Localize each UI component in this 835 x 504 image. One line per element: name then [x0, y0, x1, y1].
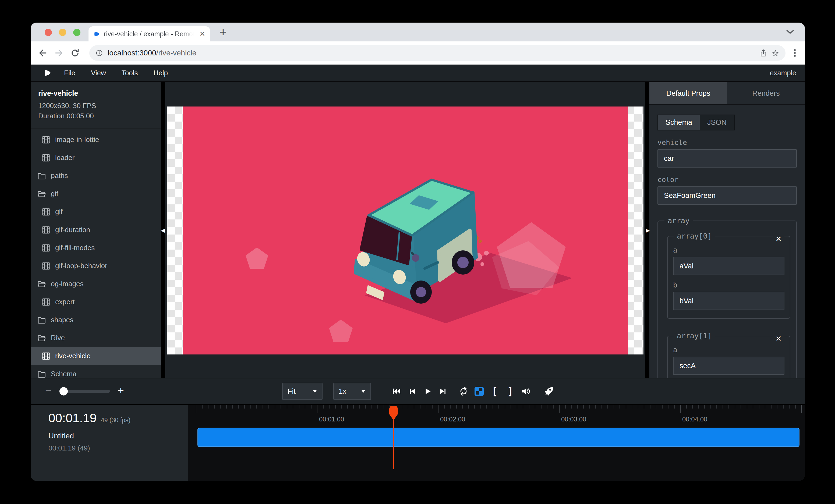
compositions-sidebar: rive-vehicle 1200x630, 30 FPS Duration 0…	[30, 82, 161, 378]
volume-button[interactable]	[520, 385, 532, 397]
forward-button[interactable]	[54, 48, 63, 58]
skip-to-start-button[interactable]	[390, 385, 402, 397]
ruler-label: 00:01.00	[319, 416, 344, 423]
sidebar-item-loader[interactable]: loader	[30, 149, 161, 167]
sidebar-item-gif-loop-behavior[interactable]: gif-loop-behavior	[30, 257, 161, 275]
timeline-track-bar[interactable]	[198, 427, 799, 447]
browser-menu-button[interactable]	[793, 49, 797, 57]
new-tab-button[interactable]: +	[220, 25, 227, 39]
ruler-tick	[559, 405, 559, 413]
site-info-icon[interactable]	[96, 49, 103, 57]
ruler-tick	[553, 405, 554, 408]
folder-open-icon	[37, 279, 46, 289]
playhead[interactable]	[393, 406, 394, 469]
toggle-json[interactable]: JSON	[700, 115, 734, 130]
film-icon	[41, 135, 50, 144]
ruler-tick	[323, 405, 324, 408]
menu-file[interactable]: File	[64, 69, 75, 77]
browser-window: rive-vehicle / example - Remoti ✕ + loca…	[30, 23, 805, 481]
array-item-input-b[interactable]	[673, 292, 785, 310]
menu-tools[interactable]: Tools	[122, 69, 138, 77]
remove-array-item-button[interactable]: ✕	[773, 235, 785, 244]
remotion-logo-icon[interactable]	[44, 69, 52, 77]
current-time: 00:01.19	[48, 411, 97, 425]
maximize-window-button[interactable]	[73, 29, 80, 36]
tab-renders[interactable]: Renders	[727, 82, 805, 104]
address-bar[interactable]: localhost:3000/rive-vehicle	[89, 45, 786, 61]
project-name: example	[770, 69, 796, 77]
toggle-schema[interactable]: Schema	[658, 115, 700, 130]
remove-array-item-button[interactable]: ✕	[773, 335, 785, 343]
close-window-button[interactable]	[45, 29, 52, 36]
tab-search-chevron-icon[interactable]	[786, 29, 794, 35]
array-item-input-a[interactable]	[673, 257, 785, 275]
sidebar-item-Rive[interactable]: Rive	[30, 329, 161, 347]
playhead-marker[interactable]	[389, 406, 398, 420]
sidebar-item-og-images[interactable]: og-images	[30, 275, 161, 293]
set-in-point-button[interactable]: [	[489, 385, 501, 397]
menu-view[interactable]: View	[91, 69, 106, 77]
render-rocket-button[interactable]	[543, 385, 554, 397]
animation-background	[183, 106, 628, 355]
previous-frame-button[interactable]	[406, 385, 418, 397]
ruler-tick	[305, 405, 305, 408]
sidebar-item-shapes[interactable]: shapes	[30, 311, 161, 329]
menu-help[interactable]: Help	[154, 69, 168, 77]
next-frame-button[interactable]	[437, 385, 449, 397]
prop-input-color[interactable]	[657, 186, 797, 205]
current-frame-info: 49 (30 fps)	[101, 417, 130, 424]
expand-panel-handle[interactable]: ▶	[646, 227, 650, 233]
sidebar-item-gif-duration[interactable]: gif-duration	[30, 221, 161, 239]
minimize-window-button[interactable]	[59, 29, 66, 36]
ruler-tick	[196, 405, 196, 413]
tab-close-icon[interactable]: ✕	[199, 30, 205, 37]
array-items: array[0]✕abarray[1]✕ab	[664, 232, 790, 378]
ruler-tick	[408, 405, 408, 408]
ruler-tick	[595, 405, 596, 408]
browser-tab[interactable]: rive-vehicle / example - Remoti ✕	[88, 26, 210, 41]
back-button[interactable]	[38, 48, 47, 58]
playback-toolbar: − + Fit▼ 1x▼	[30, 378, 805, 405]
zoom-slider-thumb[interactable]	[59, 387, 68, 396]
share-icon[interactable]	[760, 49, 767, 57]
sidebar-item-gif-fill-modes[interactable]: gif-fill-modes	[30, 239, 161, 257]
sidebar-item-expert[interactable]: expert	[30, 293, 161, 311]
ruler-tick	[268, 405, 269, 408]
canvas-size-select[interactable]: Fit▼	[282, 383, 323, 400]
ruler-tick	[396, 405, 396, 408]
sidebar-item-Schema[interactable]: Schema	[30, 365, 161, 378]
sidebar-item-paths[interactable]: paths	[30, 167, 161, 185]
zoom-out-button[interactable]: −	[45, 385, 52, 396]
film-icon	[41, 153, 50, 163]
ruler-tick	[238, 405, 239, 408]
ruler-tick	[498, 405, 499, 408]
sidebar-item-gif[interactable]: gif	[30, 185, 161, 203]
playback-speed-select[interactable]: 1x▼	[333, 383, 371, 400]
zoom-slider[interactable]	[59, 390, 110, 393]
tab-default-props[interactable]: Default Props	[649, 82, 727, 104]
props-panel-body: Schema JSON vehiclecolor array array[0]✕…	[649, 105, 805, 378]
prop-input-vehicle[interactable]	[657, 149, 797, 168]
sidebar-item-label: shapes	[51, 316, 74, 324]
reload-button[interactable]	[70, 48, 80, 58]
bookmark-star-icon[interactable]	[772, 49, 779, 57]
film-icon	[41, 261, 50, 271]
composition-frame	[167, 106, 644, 355]
zoom-in-button[interactable]: +	[118, 385, 124, 396]
sidebar-item-rive-vehicle[interactable]: rive-vehicle	[30, 347, 161, 365]
timeline-ruler[interactable]: 00:01.0000:02.0000:03.0000:04.00	[188, 405, 805, 481]
play-button[interactable]	[422, 385, 433, 397]
sidebar-item-gif[interactable]: gif	[30, 203, 161, 221]
loop-toggle-button[interactable]	[457, 385, 469, 397]
ruler-tick	[632, 405, 632, 408]
ruler-tick	[626, 405, 626, 408]
transparency-toggle-button[interactable]	[473, 385, 485, 397]
sidebar-item-image-in-lottie[interactable]: image-in-lottie	[30, 131, 161, 149]
sidebar-item-label: gif-loop-behavior	[55, 262, 107, 270]
array-item-label: array[1]	[674, 332, 715, 340]
props-panel: Default Props Renders Schema JSON vehicl…	[649, 82, 805, 378]
array-item-input-a[interactable]	[673, 357, 785, 375]
set-out-point-button[interactable]: ]	[504, 385, 516, 397]
collapse-sidebar-handle[interactable]: ◀	[161, 227, 165, 233]
sidebar-item-label: image-in-lottie	[55, 135, 99, 144]
